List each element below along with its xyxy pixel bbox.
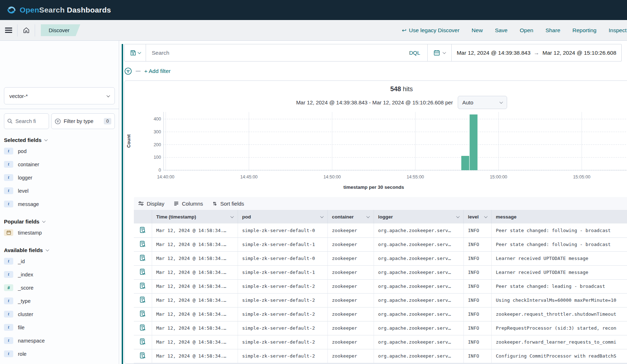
toolbar-action-new[interactable]: New [472,27,483,34]
field-item-_id[interactable]: t_id [0,255,119,268]
expand-document-icon[interactable] [134,307,152,321]
filter-circle-icon[interactable] [124,67,132,75]
toolbar-action-share[interactable]: Share [545,27,560,34]
field-name: namespace [18,338,45,344]
date-range[interactable]: Mar 12, 2024 @ 14:39:38.843 → Mar 12, 20… [452,44,621,61]
date-to[interactable]: Mar 12, 2024 @ 15:10:26.608 [543,50,616,56]
histogram-bar[interactable] [461,156,469,170]
saved-query-button[interactable] [125,44,146,61]
toolbar-action-save[interactable]: Save [495,27,507,34]
cell-time: Mar 12, 2024 @ 14:58:34.… [152,293,238,307]
chevron-down-icon [499,100,503,104]
field-name: role [18,351,26,357]
date-picker-button[interactable] [428,44,452,61]
column-header-logger[interactable]: logger [374,210,463,223]
cell-message: zookeeper.request_throttler.shutdownTime… [491,307,627,321]
field-item-cluster[interactable]: tcluster [0,308,119,321]
toolbar-action-open[interactable]: Open [520,27,533,34]
search-icon [7,118,13,124]
column-header-container[interactable]: container [327,210,374,223]
expand-document-icon[interactable] [134,321,152,335]
field-item-container[interactable]: tcontainer [0,158,119,171]
field-item-message[interactable]: tmessage [0,197,119,211]
cell-pod: simple-zk-server-default-2 [238,293,327,307]
svg-text:200: 200 [154,142,161,147]
expand-document-icon[interactable] [134,279,152,293]
svg-text:Count: Count [126,134,131,148]
cell-logger: org.apache.zookeeper.serv… [374,237,463,251]
expand-document-icon[interactable] [134,223,152,237]
section-header-available-fields[interactable]: Available fields [0,239,119,255]
cell-logger: org.apache.zookeeper.serv… [374,251,463,265]
cell-container: zookeeper [327,307,374,321]
toolbar-action-inspect[interactable]: Inspect [609,27,627,34]
field-item-file[interactable]: tfile [0,321,119,334]
expand-document-icon[interactable] [134,265,152,279]
chevron-down-icon [443,50,446,54]
expand-document-icon[interactable] [134,293,152,307]
interval-select[interactable]: Auto [458,96,507,109]
discover-main: DQL Mar 12, 2024 @ 14:39:38.843 → Mar 12… [119,41,627,364]
search-fields-field[interactable] [15,118,40,124]
field-item-_score[interactable]: #_score [0,281,119,294]
section-header-popular-fields[interactable]: Popular fields [0,211,119,226]
sort-icon [212,201,217,206]
chevron-down-icon [484,215,487,218]
cell-container: zookeeper [327,321,374,335]
field-item-level[interactable]: tlevel [0,184,119,197]
string-type-icon: t [4,324,13,331]
chevron-down-icon [45,248,49,251]
column-header-message[interactable]: message [491,210,627,223]
histogram-chart[interactable]: 010020030040014:40:0014:45:0014:50:0014:… [125,111,627,191]
filter-count-badge: 0 [104,118,111,124]
opensearch-brand: OpenSearch Dashboards [6,5,111,15]
cell-level: INFO [463,293,491,307]
svg-text:15:00:00: 15:00:00 [490,174,507,179]
expand-document-icon[interactable] [134,237,152,251]
expand-document-icon[interactable] [134,349,152,363]
toolbar-action-reporting[interactable]: Reporting [573,27,597,34]
hits-count: 548 [390,85,401,93]
column-header-pod[interactable]: pod [238,210,327,223]
save-icon [130,50,136,56]
field-item-namespace[interactable]: tnamespace [0,334,119,347]
index-pattern-select[interactable]: vector-* [4,87,115,104]
field-item-_index[interactable]: t_index [0,268,119,281]
cell-level: INFO [463,223,491,237]
columns-button[interactable]: Columns [174,201,203,207]
field-item-pod[interactable]: tpod [0,144,119,158]
field-item-role[interactable]: trole [0,347,119,360]
column-header-time-timestamp-[interactable]: Time (timestamp) [152,210,238,223]
app-title: OpenSearch Dashboards [20,6,111,14]
field-item-_type[interactable]: t_type [0,294,119,308]
table-row: Mar 12, 2024 @ 14:58:34.…simple-zk-serve… [134,251,627,265]
date-from[interactable]: Mar 12, 2024 @ 14:39:38.843 [457,50,530,56]
chart-subtitle: Mar 12, 2024 @ 14:39:38.843 - Mar 12, 20… [296,99,453,105]
field-name: level [18,188,29,194]
add-filter-button[interactable]: + Add filter [144,68,171,74]
field-item-logger[interactable]: tlogger [0,171,119,184]
histogram-bar[interactable] [470,114,477,170]
sort-fields-button[interactable]: Sort fields [212,201,244,207]
display-icon [138,201,144,206]
cell-pod: simple-zk-server-default-2 [238,279,327,293]
expand-document-icon[interactable] [134,335,152,349]
filter-by-type-button[interactable]: Filter by type 0 [51,113,115,129]
breadcrumb[interactable]: Discover [41,24,80,36]
menu-icon[interactable] [0,20,17,40]
home-icon[interactable] [18,20,35,40]
column-header-level[interactable]: level [463,210,491,223]
search-input[interactable] [152,50,396,56]
search-fields-input[interactable] [4,113,49,129]
table-row: Mar 12, 2024 @ 14:58:34.…simple-zk-serve… [134,237,627,251]
expand-document-icon[interactable] [134,251,152,265]
field-item-timestamp[interactable]: timestamp [0,226,119,239]
dql-button[interactable]: DQL [402,44,428,61]
table-row: Mar 12, 2024 @ 14:58:34.…simple-zk-serve… [134,293,627,307]
toolbar-action-use-legacy-discover[interactable]: ↩Use legacy Discover [402,27,460,34]
histogram-svg[interactable]: 010020030040014:40:0014:45:0014:50:0014:… [125,111,627,190]
cell-pod: simple-zk-server-default-1 [238,237,327,251]
display-button[interactable]: Display [138,201,164,207]
section-header-selected-fields[interactable]: Selected fields [0,129,119,144]
cell-time: Mar 12, 2024 @ 14:58:34.… [152,349,238,363]
